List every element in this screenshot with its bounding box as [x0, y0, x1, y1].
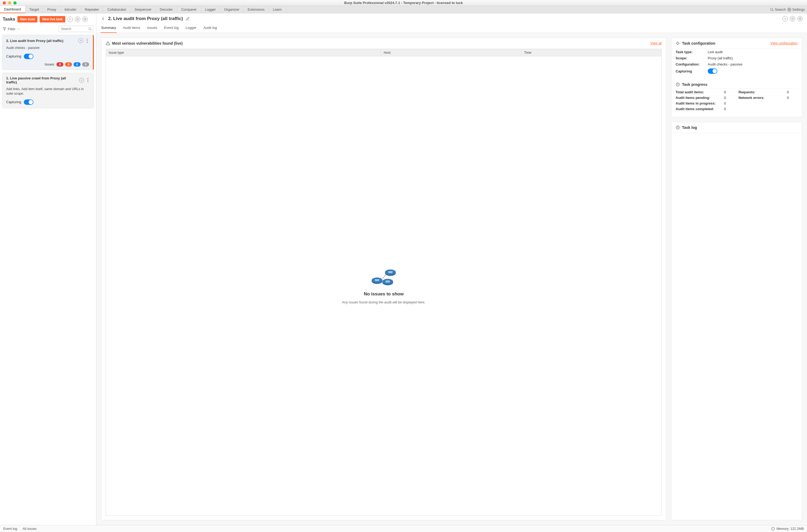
pending-value: 0 — [724, 96, 735, 100]
view-configuration-link[interactable]: View configuration — [770, 41, 797, 45]
window-controls — [0, 1, 17, 4]
completed-value: 0 — [724, 107, 735, 111]
statusbar-all-issues[interactable]: All issues — [22, 527, 37, 531]
vuln-empty-state: No issues to show Any issues found durin… — [106, 56, 662, 516]
capturing-toggle[interactable] — [24, 54, 34, 59]
task-menu-button[interactable] — [85, 39, 89, 43]
tab-dashboard[interactable]: Dashboard — [0, 6, 25, 13]
task-type-value: Live audit — [708, 50, 797, 54]
tab-comparer[interactable]: Comparer — [177, 6, 201, 13]
svg-text:?: ? — [85, 18, 86, 20]
tasks-help-button[interactable]: ? — [82, 17, 88, 22]
requests-value: 0 — [787, 90, 797, 94]
main-help-button[interactable]: ? — [797, 16, 803, 21]
task-pause-button[interactable] — [78, 38, 83, 43]
tab-sequencer[interactable]: Sequencer — [131, 6, 156, 13]
scope-value: Proxy (all traffic) — [708, 56, 797, 60]
view-all-link[interactable]: View all — [650, 41, 662, 45]
subtab-logger[interactable]: Logger — [185, 24, 197, 33]
tab-collaborator[interactable]: Collaborator — [103, 6, 131, 13]
sub-tab-bar: Summary Audit items Issues Event log Log… — [96, 21, 807, 33]
warning-icon — [106, 41, 110, 45]
search-button[interactable]: Search — [770, 7, 786, 12]
statusbar-event-log[interactable]: Event log — [3, 527, 17, 531]
task-menu-button[interactable] — [86, 78, 90, 82]
neterr-value: 0 — [787, 96, 797, 100]
svg-text:?: ? — [800, 18, 801, 20]
tab-logger[interactable]: Logger — [201, 6, 220, 13]
tab-proxy[interactable]: Proxy — [43, 6, 60, 13]
tasks-sidebar: Tasks New scan New live task ? Filter — [0, 13, 96, 525]
close-icon[interactable] — [3, 1, 6, 4]
svg-point-27 — [382, 279, 393, 284]
empty-state-icon — [369, 268, 399, 287]
task-progress-title: Task progress — [682, 82, 708, 87]
tab-decoder[interactable]: Decoder — [156, 6, 177, 13]
vuln-panel-title: Most serious vulnerabilities found (live… — [112, 41, 183, 45]
svg-marker-9 — [3, 27, 6, 30]
task-log-title: Task log — [682, 126, 697, 130]
task-type-key: Task type: — [676, 50, 708, 54]
new-live-task-button[interactable]: New live task — [40, 16, 65, 22]
tab-learn[interactable]: Learn — [269, 6, 286, 13]
main-settings-button[interactable] — [790, 16, 795, 21]
clock-icon — [676, 126, 680, 130]
requests-key: Requests: — [738, 90, 783, 94]
tab-organizer[interactable]: Organizer — [220, 6, 243, 13]
neterr-key: Network errors: — [738, 96, 783, 100]
subtab-audit-log[interactable]: Audit log — [203, 24, 218, 33]
capturing-label: Capturing — [6, 100, 21, 104]
tab-intruder[interactable]: Intruder — [60, 6, 81, 13]
tag-icon — [676, 41, 680, 45]
capturing-key: Capturing — [676, 69, 708, 73]
svg-point-19 — [791, 18, 794, 20]
svg-point-25 — [372, 278, 382, 283]
back-icon[interactable] — [100, 16, 106, 21]
tasks-settings-button[interactable] — [75, 17, 80, 22]
tab-extensions[interactable]: Extensions — [244, 6, 269, 13]
issue-count-high: 0 — [65, 62, 72, 66]
svg-point-6 — [76, 18, 79, 21]
help-icon: ? — [799, 17, 802, 20]
subtab-audit-items[interactable]: Audit items — [123, 24, 141, 33]
pending-key: Audit items pending: — [676, 96, 720, 100]
capturing-toggle[interactable] — [24, 99, 34, 105]
total-items-key: Total audit items: — [676, 90, 720, 94]
edit-icon[interactable] — [186, 17, 190, 21]
configuration-value: Audit checks - passive — [708, 62, 797, 66]
svg-point-5 — [77, 19, 78, 20]
pause-icon — [79, 39, 82, 42]
total-items-value: 0 — [724, 90, 735, 94]
pause-all-button[interactable] — [68, 17, 73, 22]
task-pause-button[interactable] — [79, 78, 84, 82]
page-title: 2. Live audit from Proxy (all traffic) — [108, 16, 183, 21]
tab-target[interactable]: Target — [25, 6, 43, 13]
subtab-summary[interactable]: Summary — [100, 24, 117, 33]
svg-point-29 — [385, 269, 396, 275]
main-pause-button[interactable] — [782, 16, 788, 21]
main-tab-bar: Dashboard Target Proxy Intruder Repeater… — [0, 6, 807, 13]
task-title: 2. Live audit from Proxy (all traffic) — [6, 39, 77, 43]
settings-button[interactable]: Settings — [787, 7, 805, 12]
pause-icon — [69, 18, 72, 21]
task-card[interactable]: 1. Live passive crawl from Proxy (all tr… — [2, 73, 94, 108]
config-capturing-toggle[interactable] — [708, 69, 717, 74]
col-time: Time — [521, 49, 662, 56]
svg-point-18 — [792, 18, 793, 19]
filter-label: Filter — [8, 27, 16, 31]
task-card[interactable]: 2. Live audit from Proxy (all traffic) A… — [2, 35, 94, 70]
minimize-icon[interactable] — [8, 1, 11, 4]
subtab-event-log[interactable]: Event log — [164, 24, 179, 33]
window-title: Burp Suite Professional v2024.7.1 - Temp… — [0, 1, 807, 5]
tab-repeater[interactable]: Repeater — [81, 6, 103, 13]
status-bar: Event log All issues Memory: 122.2MB — [0, 525, 807, 532]
inprogress-key: Audit items in progress: — [676, 101, 720, 105]
task-log-panel: Task log — [671, 122, 802, 520]
maximize-icon[interactable] — [13, 1, 17, 4]
pause-icon — [80, 79, 83, 82]
titlebar: Burp Suite Professional v2024.7.1 - Temp… — [0, 0, 807, 6]
main-area: 2. Live audit from Proxy (all traffic) ?… — [96, 13, 807, 525]
subtab-issues[interactable]: Issues — [147, 24, 158, 33]
new-scan-button[interactable]: New scan — [17, 16, 37, 22]
filter-button[interactable]: Filter — [3, 27, 20, 31]
